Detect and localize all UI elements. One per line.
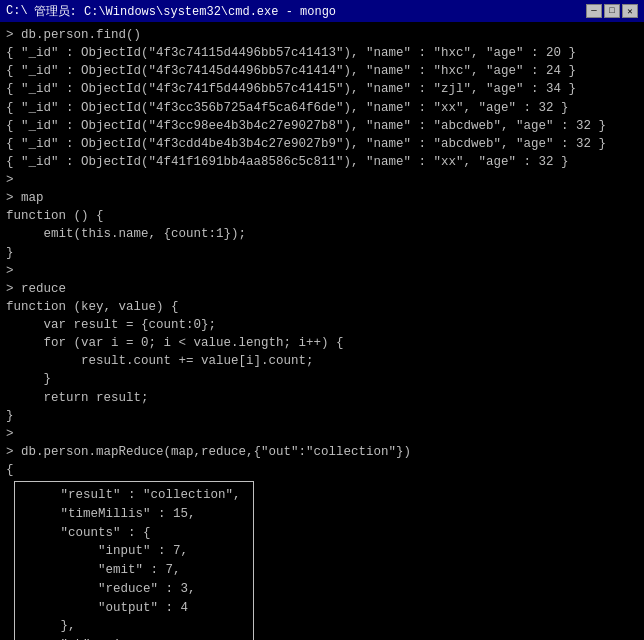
minimize-button[interactable]: ─: [586, 4, 602, 18]
terminal-line: >: [6, 171, 638, 189]
terminal-line: { "_id" : ObjectId("4f3cc98ee4b3b4c27e90…: [6, 117, 638, 135]
lines-container: > db.person.find(){ "_id" : ObjectId("4f…: [6, 26, 638, 479]
titlebar-controls[interactable]: ─ □ ✕: [586, 4, 638, 18]
result-line: "emit" : 7,: [23, 561, 245, 580]
terminal-line: for (var i = 0; i < value.length; i++) {: [6, 334, 638, 352]
result-line: "ok" : 1,: [23, 636, 245, 640]
terminal-line: { "_id" : ObjectId("4f3c74115d4496bb57c4…: [6, 44, 638, 62]
terminal-content: > db.person.find(){ "_id" : ObjectId("4f…: [0, 22, 644, 640]
terminal-line: >: [6, 425, 638, 443]
terminal-line: { "_id" : ObjectId("4f41f1691bb4aa8586c5…: [6, 153, 638, 171]
terminal-line: }: [6, 370, 638, 388]
terminal-line: }: [6, 407, 638, 425]
cmd-icon: C:\: [6, 4, 28, 18]
terminal-line: { "_id" : ObjectId("4f3c741f5d4496bb57c4…: [6, 80, 638, 98]
terminal-line: }: [6, 244, 638, 262]
terminal-line: > map: [6, 189, 638, 207]
result-line: "input" : 7,: [23, 542, 245, 561]
terminal-line: >: [6, 262, 638, 280]
result-line: "counts" : {: [23, 524, 245, 543]
result-line: "reduce" : 3,: [23, 580, 245, 599]
terminal-line: { "_id" : ObjectId("4f3cc356b725a4f5ca64…: [6, 99, 638, 117]
terminal-line: emit(this.name, {count:1});: [6, 225, 638, 243]
result-line: "output" : 4: [23, 599, 245, 618]
terminal-line: > db.person.find(): [6, 26, 638, 44]
close-button[interactable]: ✕: [622, 4, 638, 18]
maximize-button[interactable]: □: [604, 4, 620, 18]
result-line: "result" : "collection",: [23, 486, 245, 505]
terminal-line: { "_id" : ObjectId("4f3cdd4be4b3b4c27e90…: [6, 135, 638, 153]
titlebar-title: 管理员: C:\Windows\system32\cmd.exe - mongo: [34, 3, 336, 20]
terminal-line: result.count += value[i].count;: [6, 352, 638, 370]
titlebar: C:\ 管理员: C:\Windows\system32\cmd.exe - m…: [0, 0, 644, 22]
result-box: "result" : "collection", "timeMillis" : …: [14, 481, 254, 640]
terminal-line: > db.person.mapReduce(map,reduce,{"out":…: [6, 443, 638, 461]
terminal-line: { "_id" : ObjectId("4f3c74145d4496bb57c4…: [6, 62, 638, 80]
terminal-line: {: [6, 461, 638, 479]
result-section: "result" : "collection", "timeMillis" : …: [6, 479, 638, 640]
terminal-line: var result = {count:0};: [6, 316, 638, 334]
terminal-line: function () {: [6, 207, 638, 225]
terminal-line: function (key, value) {: [6, 298, 638, 316]
terminal-line: > reduce: [6, 280, 638, 298]
terminal-line: return result;: [6, 389, 638, 407]
result-line: "timeMillis" : 15,: [23, 505, 245, 524]
titlebar-left: C:\ 管理员: C:\Windows\system32\cmd.exe - m…: [6, 3, 336, 20]
result-line: },: [23, 617, 245, 636]
cmd-window: C:\ 管理员: C:\Windows\system32\cmd.exe - m…: [0, 0, 644, 640]
